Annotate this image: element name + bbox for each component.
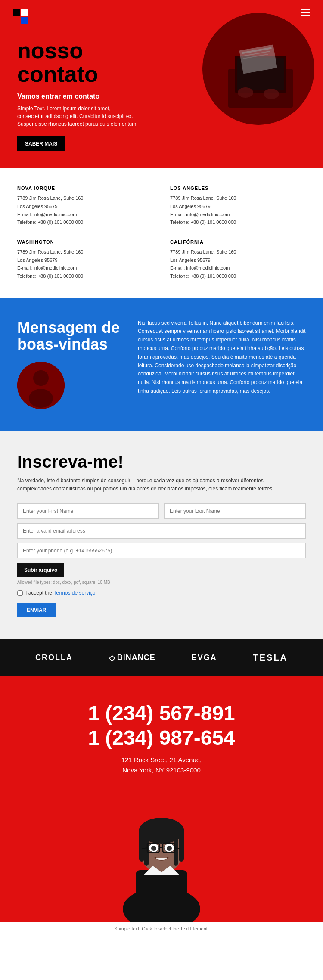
terms-checkbox[interactable] <box>17 590 23 596</box>
address-line-1: 121 Rock Sreet, 21 Avenue, <box>121 756 202 763</box>
svg-point-26 <box>167 846 172 851</box>
form-title: Inscreva-me! <box>17 452 306 471</box>
address-california: CALIFÓRNIA 7789 Jim Rosa Lane, Suite 160… <box>170 239 306 280</box>
hero-description: Simple Text. Lorem ipsum dolor sit amet,… <box>17 105 138 128</box>
phone-input[interactable] <box>17 543 306 558</box>
svg-rect-20 <box>144 827 149 866</box>
address-city-1: NOVA IORQUE <box>17 186 153 191</box>
sample-text: Sample text. Click to select the Text El… <box>0 922 323 936</box>
phone-number-1: 1 (234) 567-891 <box>17 702 306 725</box>
logo-square-4 <box>21 17 28 24</box>
terms-link[interactable]: Termos de serviço <box>53 590 95 596</box>
blue-body-text: Nisi lacus sed viverra Tellus in. Nunc a… <box>138 319 306 396</box>
svg-point-9 <box>264 89 279 99</box>
last-name-input[interactable] <box>164 503 306 519</box>
phone-number-2: 1 (234) 987-654 <box>17 727 306 750</box>
brand-binance: ◇ BINANCE <box>109 653 155 663</box>
logo-square-3 <box>13 17 20 24</box>
svg-rect-19 <box>139 827 144 862</box>
address-detail-3: 7789 Jim Rosa Lane, Suite 160 Los Angele… <box>17 248 153 280</box>
first-name-input[interactable] <box>17 503 159 519</box>
address-los-angeles: LOS ANGELES 7789 Jim Rosa Lane, Suite 16… <box>170 186 306 226</box>
brand-crolla: CROLLA <box>35 653 73 662</box>
form-name-row <box>17 503 306 519</box>
hamburger-menu[interactable] <box>301 9 310 16</box>
address-nova-iorque: NOVA IORQUE 7789 Jim Rosa Lane, Suite 16… <box>17 186 153 226</box>
upload-hint: Allowed file types: doc, docx, pdf, squa… <box>17 580 306 585</box>
address-detail-4: 7789 Jim Rosa Lane, Suite 160 Los Angele… <box>170 248 306 280</box>
address-washington: WASHINGTON 7789 Jim Rosa Lane, Suite 160… <box>17 239 153 280</box>
address-city-4: CALIFÓRNIA <box>170 239 306 245</box>
address-city-3: WASHINGTON <box>17 239 153 245</box>
svg-point-8 <box>238 87 253 98</box>
address-detail-2: 7789 Jim Rosa Lane, Suite 160 Los Angele… <box>170 194 306 226</box>
hero-content: nosso contato Vamos entrar em contato Si… <box>17 39 164 151</box>
terms-label: I accept the Termos de serviço <box>25 590 96 596</box>
addresses-section: NOVA IORQUE 7789 Jim Rosa Lane, Suite 16… <box>0 168 323 298</box>
upload-button[interactable]: Subir arquivo <box>17 563 64 577</box>
logo-square-1 <box>13 9 20 16</box>
address-detail-1: 7789 Jim Rosa Lane, Suite 160 Los Angele… <box>17 194 153 226</box>
svg-rect-21 <box>179 827 184 862</box>
brands-section: CROLLA ◇ BINANCE EVGA TESLA <box>0 639 323 676</box>
form-section: Inscreva-me! Na verdade, isto é bastante… <box>0 431 323 639</box>
address-line-2: Nova York, NY 92103-9000 <box>122 766 201 774</box>
hero-section: nosso contato Vamos entrar em contato Si… <box>0 0 323 168</box>
submit-button[interactable]: ENVIAR <box>17 603 56 617</box>
hero-image <box>202 13 314 125</box>
svg-point-25 <box>151 846 156 851</box>
blue-title: Mensagem de boas-vindas <box>17 319 121 353</box>
form-description: Na verdade, isto é bastante simples de c… <box>17 477 284 493</box>
contact-red-section: 1 (234) 567-891 1 (234) 987-654 121 Rock… <box>0 676 323 922</box>
address-city-2: LOS ANGELES <box>170 186 306 191</box>
blue-message-section: Mensagem de boas-vindas Nisi lacus sed v… <box>0 298 323 431</box>
hero-subtitle: Vamos entrar em contato <box>17 93 164 100</box>
blue-left: Mensagem de boas-vindas <box>17 319 121 409</box>
svg-rect-15 <box>136 870 187 922</box>
terms-row: I accept the Termos de serviço <box>17 590 306 596</box>
binance-diamond-icon: ◇ <box>109 653 115 663</box>
contact-address: 121 Rock Sreet, 21 Avenue, Nova York, NY… <box>17 755 306 775</box>
person-illustration <box>101 784 222 922</box>
blue-right: Nisi lacus sed viverra Tellus in. Nunc a… <box>138 319 306 396</box>
logo-square-2 <box>21 9 28 16</box>
email-input[interactable] <box>17 523 306 539</box>
brand-tesla: TESLA <box>253 653 288 663</box>
logo-squares <box>13 9 28 24</box>
avatar-circle <box>17 362 65 409</box>
brand-evga: EVGA <box>192 653 217 662</box>
hero-title: nosso contato <box>17 39 164 86</box>
person-image-container <box>17 784 306 922</box>
logo[interactable] <box>13 9 28 24</box>
saber-mais-button[interactable]: SABER MAIS <box>17 136 65 151</box>
svg-point-13 <box>17 362 65 409</box>
